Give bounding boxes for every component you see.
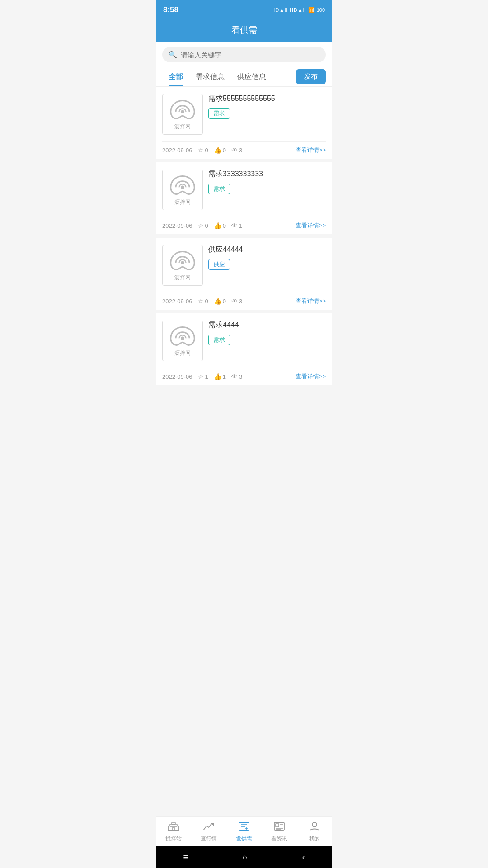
android-home-button[interactable]: ○	[243, 853, 248, 862]
card-stars: ☆ 1	[198, 373, 208, 380]
card-logo: 沥拌网	[162, 245, 203, 286]
nav-post-supply-label: 发供需	[236, 835, 252, 843]
card-info: 需求5555555555555 需求	[208, 94, 326, 135]
search-bar: 🔍	[156, 42, 332, 67]
view-count: 3	[239, 373, 242, 380]
like-icon: 👍	[214, 373, 221, 380]
card-date: 2022-09-06	[162, 147, 192, 154]
bottom-nav: 找拌站 查行情 发供需	[156, 816, 332, 846]
star-icon: ☆	[198, 222, 204, 229]
card-title: 需求5555555555555	[208, 94, 326, 104]
view-count: 3	[239, 298, 242, 305]
card-likes: 👍 0	[214, 297, 226, 305]
card-footer: 2022-09-06 ☆ 1 👍 1 👁 3 查看详情>>	[162, 368, 326, 385]
card-tag: 需求	[208, 184, 230, 194]
svg-rect-6	[172, 822, 175, 824]
card-title: 需求3333333333	[208, 170, 326, 179]
star-icon: ☆	[198, 373, 204, 380]
tab-demand[interactable]: 需求信息	[189, 67, 231, 86]
like-count: 0	[223, 222, 226, 229]
tabs-row: 全部 需求信息 供应信息 发布	[156, 67, 332, 87]
view-icon: 👁	[231, 222, 238, 229]
card-logo-text: 沥拌网	[174, 349, 191, 357]
brand-logo-svg	[169, 174, 196, 197]
publish-button[interactable]: 发布	[296, 69, 326, 84]
nav-mine[interactable]: 我的	[297, 817, 332, 846]
svg-rect-14	[276, 824, 279, 827]
view-icon: 👁	[231, 373, 238, 380]
android-back-button[interactable]: ‹	[302, 853, 305, 862]
detail-link[interactable]: 查看详情>>	[296, 373, 326, 381]
card-likes: 👍 0	[214, 222, 226, 229]
check-market-icon	[203, 821, 215, 833]
nav-post-supply[interactable]: 发供需	[226, 817, 262, 846]
star-icon: ☆	[198, 297, 204, 305]
nav-news-label: 看资讯	[271, 835, 287, 843]
list-item: 沥拌网 供应44444 供应 2022-09-06 ☆ 0 👍 0 👁 3 查看…	[156, 238, 332, 310]
view-icon: 👁	[231, 297, 238, 305]
card-date: 2022-09-06	[162, 373, 192, 380]
list-item: 沥拌网 需求5555555555555 需求 2022-09-06 ☆ 0 👍 …	[156, 87, 332, 159]
svg-point-2	[181, 261, 184, 264]
card-logo: 沥拌网	[162, 321, 203, 361]
nav-news[interactable]: 看资讯	[262, 817, 297, 846]
card-stars: ☆ 0	[198, 297, 208, 305]
like-icon: 👍	[214, 222, 221, 229]
card-main: 沥拌网 供应44444 供应	[162, 245, 326, 292]
tab-all[interactable]: 全部	[162, 67, 189, 86]
nav-check-market[interactable]: 查行情	[191, 817, 226, 846]
like-icon: 👍	[214, 146, 221, 154]
card-views: 👁 3	[231, 146, 242, 154]
search-input[interactable]	[181, 51, 319, 59]
card-main: 沥拌网 需求3333333333 需求	[162, 170, 326, 217]
card-date: 2022-09-06	[162, 298, 192, 305]
view-icon: 👁	[231, 146, 238, 154]
status-icons: HD▲ll HD▲ll 📶 100	[271, 7, 325, 13]
card-tag: 供应	[208, 259, 230, 270]
card-footer: 2022-09-06 ☆ 0 👍 0 👁 3 查看详情>>	[162, 292, 326, 310]
card-views: 👁 3	[231, 297, 242, 305]
card-info: 需求3333333333 需求	[208, 170, 326, 210]
card-tag: 需求	[208, 335, 230, 345]
card-logo-text: 沥拌网	[174, 198, 191, 206]
nav-check-market-label: 查行情	[201, 835, 217, 843]
android-nav-bar: ≡ ○ ‹	[156, 846, 332, 868]
like-count: 0	[223, 147, 226, 154]
card-views: 👁 1	[231, 222, 242, 229]
page-header: 看供需	[156, 20, 332, 42]
card-main: 沥拌网 需求4444 需求	[162, 321, 326, 368]
card-list: 沥拌网 需求5555555555555 需求 2022-09-06 ☆ 0 👍 …	[156, 87, 332, 385]
card-likes: 👍 0	[214, 146, 226, 154]
star-icon: ☆	[198, 146, 204, 154]
card-footer: 2022-09-06 ☆ 0 👍 0 👁 3 查看详情>>	[162, 141, 326, 159]
find-station-icon	[168, 821, 179, 833]
card-main: 沥拌网 需求5555555555555 需求	[162, 94, 326, 141]
post-supply-icon	[238, 821, 250, 833]
detail-link[interactable]: 查看详情>>	[296, 297, 326, 305]
like-icon: 👍	[214, 297, 221, 305]
brand-logo-svg	[169, 250, 196, 272]
svg-point-19	[312, 822, 317, 827]
search-input-wrap[interactable]: 🔍	[162, 47, 326, 62]
android-menu-button[interactable]: ≡	[183, 853, 188, 862]
list-item: 沥拌网 需求3333333333 需求 2022-09-06 ☆ 0 👍 0 👁…	[156, 162, 332, 234]
brand-logo-svg	[169, 325, 196, 348]
wifi-icon: 📶	[308, 7, 315, 13]
detail-link[interactable]: 查看详情>>	[296, 146, 326, 154]
view-count: 3	[239, 147, 242, 154]
detail-link[interactable]: 查看详情>>	[296, 222, 326, 230]
card-title: 需求4444	[208, 321, 326, 330]
svg-point-3	[181, 336, 184, 340]
tab-supply[interactable]: 供应信息	[231, 67, 272, 86]
card-stars: ☆ 0	[198, 146, 208, 154]
star-count: 0	[205, 298, 208, 305]
card-likes: 👍 1	[214, 373, 226, 380]
brand-logo-svg	[169, 99, 196, 121]
page-title: 看供需	[231, 25, 257, 35]
svg-point-1	[181, 185, 184, 189]
nav-find-station[interactable]: 找拌站	[156, 817, 191, 846]
card-date: 2022-09-06	[162, 222, 192, 229]
nav-find-station-label: 找拌站	[165, 835, 182, 843]
card-logo: 沥拌网	[162, 94, 203, 135]
card-tag: 需求	[208, 108, 230, 119]
